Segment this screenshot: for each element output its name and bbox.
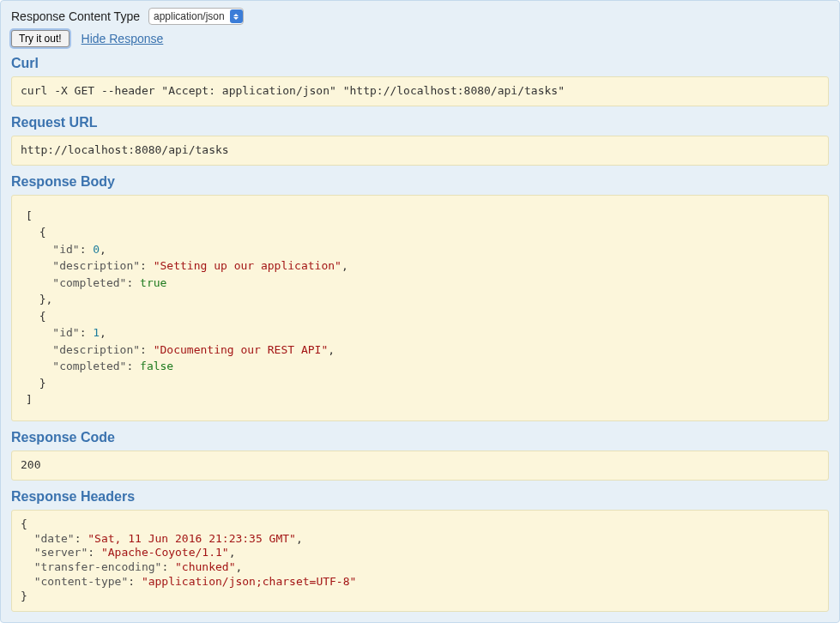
response-code-heading: Response Code bbox=[11, 430, 829, 445]
response-headers-box[interactable]: { "date": "Sat, 11 Jun 2016 21:23:35 GMT… bbox=[11, 510, 829, 612]
content-type-row: Response Content Type application/json bbox=[11, 8, 829, 25]
curl-box[interactable]: curl -X GET --header "Accept: applicatio… bbox=[11, 76, 829, 106]
request-url-box[interactable]: http://localhost:8080/api/tasks bbox=[11, 136, 829, 166]
api-response-panel: Response Content Type application/json T… bbox=[0, 0, 840, 623]
content-type-label: Response Content Type bbox=[11, 9, 140, 23]
response-code-box[interactable]: 200 bbox=[11, 451, 829, 481]
response-headers-heading: Response Headers bbox=[11, 489, 829, 505]
action-row: Try it out! Hide Response bbox=[11, 30, 829, 47]
response-body-box[interactable]: [ { "id": 0, "description": "Setting up … bbox=[11, 195, 829, 421]
request-url-heading: Request URL bbox=[11, 115, 829, 130]
hide-response-link[interactable]: Hide Response bbox=[82, 32, 164, 45]
curl-heading: Curl bbox=[11, 56, 829, 71]
select-arrows-icon bbox=[230, 9, 243, 23]
response-body-heading: Response Body bbox=[11, 174, 829, 190]
try-it-out-button[interactable]: Try it out! bbox=[11, 30, 69, 47]
content-type-select[interactable]: application/json bbox=[148, 8, 244, 25]
content-type-value: application/json bbox=[154, 10, 225, 22]
